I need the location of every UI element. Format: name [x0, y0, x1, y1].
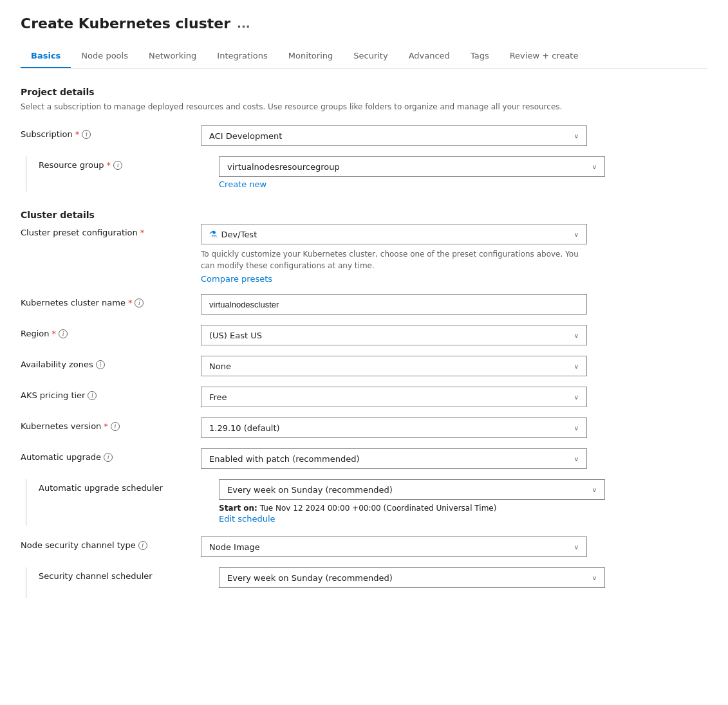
region-row: Region * i (US) East US ∨: [21, 325, 707, 345]
node-security-control: Node Image ∨: [201, 536, 587, 557]
aks-pricing-chevron-icon: ∨: [574, 394, 579, 401]
start-on-label: Start on:: [219, 504, 257, 513]
cluster-preset-row: Cluster preset configuration * ⚗ Dev/Tes…: [21, 224, 707, 284]
security-channel-scheduler-row: Security channel scheduler Every week on…: [39, 567, 707, 588]
tab-node-pools[interactable]: Node pools: [71, 44, 138, 68]
cluster-preset-helper: To quickly customize your Kubernetes clu…: [201, 248, 587, 271]
aks-pricing-info-icon[interactable]: i: [88, 391, 97, 400]
region-chevron-icon: ∨: [574, 332, 579, 339]
resource-group-label: Resource group * i: [39, 156, 219, 170]
node-security-value: Node Image: [209, 542, 260, 552]
availability-zones-info-icon[interactable]: i: [96, 360, 105, 369]
region-value: (US) East US: [209, 331, 262, 340]
kubernetes-version-label: Kubernetes version * i: [21, 417, 201, 431]
compare-presets-link[interactable]: Compare presets: [201, 274, 272, 284]
aks-pricing-dropdown[interactable]: Free ∨: [201, 387, 587, 407]
cluster-name-label: Kubernetes cluster name * i: [21, 294, 201, 307]
resource-group-row: Resource group * i virtualnodesresourceg…: [39, 156, 707, 189]
tab-basics[interactable]: Basics: [21, 44, 71, 68]
page-title-dots: ...: [237, 17, 250, 30]
resource-group-value: virtualnodesresourcegroup: [227, 162, 340, 172]
cluster-name-input[interactable]: [201, 294, 587, 315]
aks-pricing-row: AKS pricing tier i Free ∨: [21, 387, 707, 407]
availability-zones-dropdown[interactable]: None ∨: [201, 356, 587, 376]
page-title-area: Create Kubernetes cluster ...: [21, 15, 707, 32]
auto-upgrade-label: Automatic upgrade i: [21, 448, 201, 462]
tab-review-create[interactable]: Review + create: [499, 44, 589, 68]
security-channel-scheduler-inner: Security channel scheduler Every week on…: [39, 567, 707, 598]
auto-upgrade-dropdown[interactable]: Enabled with patch (recommended) ∨: [201, 448, 587, 469]
cluster-preset-label: Cluster preset configuration *: [21, 224, 201, 237]
subscription-required: *: [75, 129, 80, 139]
subscription-row: Subscription * i ACI Development ∨: [21, 125, 707, 146]
kubernetes-version-chevron-icon: ∨: [574, 425, 579, 432]
beaker-icon: ⚗: [209, 229, 218, 239]
security-channel-scheduler-dropdown[interactable]: Every week on Sunday (recommended) ∨: [219, 567, 605, 588]
security-channel-scheduler-chevron-icon: ∨: [592, 574, 597, 581]
cluster-preset-chevron-icon: ∨: [574, 231, 579, 238]
cluster-details-title: Cluster details: [21, 210, 707, 220]
resource-group-inner: Resource group * i virtualnodesresourceg…: [39, 156, 707, 192]
availability-zones-label: Availability zones i: [21, 356, 201, 369]
page-title: Create Kubernetes cluster: [21, 15, 230, 32]
auto-upgrade-scheduler-value: Every week on Sunday (recommended): [227, 485, 393, 495]
cluster-details-section: Cluster details Cluster preset configura…: [21, 210, 707, 598]
region-dropdown[interactable]: (US) East US ∨: [201, 325, 587, 345]
aks-pricing-label: AKS pricing tier i: [21, 387, 201, 400]
region-info-icon[interactable]: i: [59, 329, 68, 338]
cluster-preset-dropdown-inner: ⚗ Dev/Test: [209, 229, 257, 239]
resource-group-control: virtualnodesresourcegroup ∨ Create new: [219, 156, 605, 189]
cluster-name-required: *: [128, 298, 133, 307]
resource-group-required: *: [107, 160, 111, 170]
cluster-preset-control: ⚗ Dev/Test ∨ To quickly customize your K…: [201, 224, 587, 284]
resource-group-dropdown[interactable]: virtualnodesresourcegroup ∨: [219, 156, 605, 177]
auto-upgrade-scheduler-label: Automatic upgrade scheduler: [39, 479, 219, 493]
auto-upgrade-scheduler-dropdown[interactable]: Every week on Sunday (recommended) ∨: [219, 479, 605, 500]
node-security-label: Node security channel type i: [21, 536, 201, 550]
kubernetes-version-info-icon[interactable]: i: [111, 422, 120, 431]
region-label: Region * i: [21, 325, 201, 338]
resource-group-chevron-icon: ∨: [592, 163, 597, 170]
cluster-preset-value: Dev/Test: [221, 230, 257, 239]
tab-bar: Basics Node pools Networking Integration…: [21, 44, 707, 69]
create-new-resource-group-link[interactable]: Create new: [219, 179, 266, 189]
resource-group-info-icon[interactable]: i: [113, 161, 122, 170]
security-channel-indent-line: [26, 567, 39, 598]
tab-monitoring[interactable]: Monitoring: [278, 44, 344, 68]
subscription-chevron-icon: ∨: [574, 133, 579, 140]
tab-networking[interactable]: Networking: [138, 44, 207, 68]
tab-advanced[interactable]: Advanced: [398, 44, 460, 68]
availability-zones-chevron-icon: ∨: [574, 363, 579, 370]
cluster-preset-required: *: [140, 228, 145, 237]
tab-security[interactable]: Security: [343, 44, 398, 68]
auto-upgrade-info-icon[interactable]: i: [104, 453, 113, 462]
edit-schedule-link[interactable]: Edit schedule: [219, 514, 275, 524]
cluster-name-info-icon[interactable]: i: [135, 298, 144, 307]
project-details-title: Project details: [21, 87, 707, 97]
availability-zones-value: None: [209, 362, 231, 371]
tab-tags[interactable]: Tags: [460, 44, 499, 68]
cluster-name-control: [201, 294, 587, 315]
subscription-info-icon[interactable]: i: [82, 130, 91, 139]
project-details-description: Select a subscription to manage deployed…: [21, 101, 707, 113]
auto-upgrade-scheduler-inner: Automatic upgrade scheduler Every week o…: [39, 479, 707, 526]
security-channel-scheduler-wrapper: Security channel scheduler Every week on…: [21, 567, 707, 598]
kubernetes-version-row: Kubernetes version * i 1.29.10 (default)…: [21, 417, 707, 438]
subscription-value: ACI Development: [209, 131, 282, 141]
kubernetes-version-value: 1.29.10 (default): [209, 423, 280, 433]
kubernetes-version-required: *: [104, 421, 108, 431]
availability-zones-row: Availability zones i None ∨: [21, 356, 707, 376]
kubernetes-version-dropdown[interactable]: 1.29.10 (default) ∨: [201, 417, 587, 438]
cluster-preset-dropdown[interactable]: ⚗ Dev/Test ∨: [201, 224, 587, 244]
region-control: (US) East US ∨: [201, 325, 587, 345]
tab-integrations[interactable]: Integrations: [207, 44, 277, 68]
node-security-dropdown[interactable]: Node Image ∨: [201, 536, 587, 557]
start-on-text: Start on: Tue Nov 12 2024 00:00 +00:00 (…: [219, 504, 605, 513]
kubernetes-version-control: 1.29.10 (default) ∨: [201, 417, 587, 438]
project-details-section: Project details Select a subscription to…: [21, 87, 707, 192]
node-security-info-icon[interactable]: i: [138, 541, 147, 550]
region-required: *: [52, 329, 57, 338]
security-channel-scheduler-value: Every week on Sunday (recommended): [227, 573, 393, 583]
availability-zones-control: None ∨: [201, 356, 587, 376]
subscription-dropdown[interactable]: ACI Development ∨: [201, 125, 587, 146]
